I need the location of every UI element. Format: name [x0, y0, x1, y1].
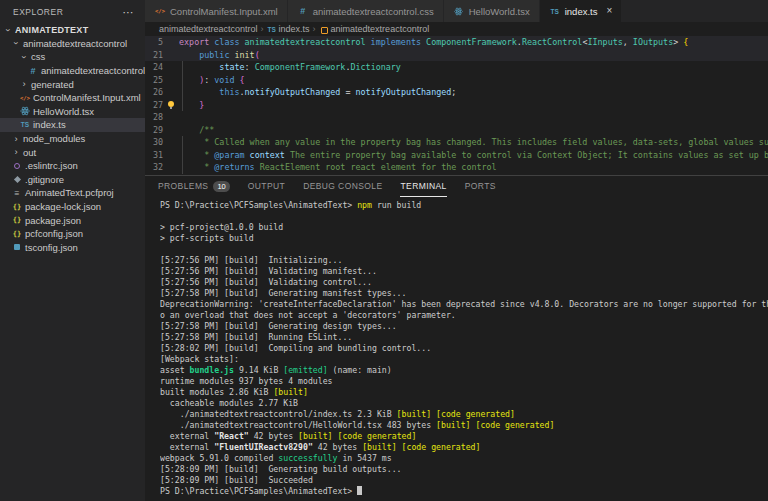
- panel-tab-problems[interactable]: PROBLEMS10: [158, 176, 230, 197]
- tree-item-animatedtext[interactable]: ›ANIMATEDTEXT: [0, 23, 145, 37]
- terminal-token: "React": [214, 431, 249, 441]
- terminal[interactable]: PS D:\Practice\PCFSamples\AnimatedText> …: [160, 200, 768, 501]
- terminal-token: external: [160, 442, 214, 452]
- code-token: notifyOutputChanged: [245, 87, 341, 97]
- code-token: {: [683, 37, 688, 47]
- tree-item-node-modules[interactable]: ›node_modules: [0, 132, 145, 146]
- code-line[interactable]: 27 }: [145, 99, 768, 112]
- terminal-token: [code generated]: [338, 431, 417, 441]
- tree-item-package-json[interactable]: {}package.json: [0, 213, 145, 227]
- tab-index-ts[interactable]: TSindex.ts×: [540, 0, 623, 22]
- code-text: * Called when any value in the property …: [179, 136, 768, 149]
- terminal-line: webpack 5.91.0 compiled successfully in …: [160, 453, 768, 464]
- close-icon[interactable]: ×: [606, 6, 612, 16]
- code-line[interactable]: 29 /**: [145, 124, 768, 137]
- breadcrumb-item-animatedtextreactcontrol-2[interactable]: animatedtextreactcontrol: [319, 24, 430, 34]
- tree-item-package-lock-json[interactable]: {}package-lock.json: [0, 200, 145, 214]
- code-line[interactable]: 24 state: ComponentFramework.Dictionary: [145, 61, 768, 74]
- terminal-token: ./animatedtextreactcontrol/index.ts 2.3 …: [160, 409, 397, 419]
- terminal-token: (name: main): [328, 365, 392, 375]
- panel-tab-debug-console[interactable]: DEBUG CONSOLE: [303, 176, 382, 197]
- terminal-line: [160, 244, 768, 255]
- panel-tab-ports[interactable]: PORTS: [465, 176, 496, 197]
- tree-item-helloworld-tsx[interactable]: HelloWorld.tsx: [0, 105, 145, 119]
- tree-item-animatedtextreactcontrol-css[interactable]: #animatedtextreactcontrol.css: [0, 64, 145, 78]
- gutter-decoration: [163, 161, 179, 174]
- chevron-down-icon: ›: [19, 52, 29, 62]
- breadcrumb-item-index-ts-1[interactable]: TSindex.ts: [267, 24, 310, 34]
- code-line[interactable]: 25 ): void {: [145, 74, 768, 87]
- react-icon: [19, 105, 31, 117]
- line-number: 28: [145, 111, 163, 124]
- tree-item-css[interactable]: ›css: [0, 50, 145, 64]
- terminal-token: "FluentUIReactv8290": [214, 442, 313, 452]
- more-actions-icon[interactable]: ⋯: [123, 7, 135, 17]
- terminal-token: [built]: [273, 387, 308, 397]
- code-token: *: [179, 150, 214, 160]
- tree-item-label: tsconfig.json: [25, 242, 78, 253]
- terminal-token: cacheable modules 2.77 KiB: [160, 398, 298, 408]
- terminal-token: [emitted]: [283, 365, 327, 375]
- breadcrumb-separator: ›: [313, 24, 316, 34]
- code-text: [179, 111, 768, 124]
- panel-tab-terminal[interactable]: TERMINAL: [400, 176, 446, 197]
- terminal-line: [Webpack stats]:: [160, 354, 768, 365]
- lightbulb-icon[interactable]: [163, 99, 179, 112]
- tree-item-animatedtext-pcfproj[interactable]: ≡AnimatedText.pcfproj: [0, 186, 145, 200]
- tree-item-animatedtextreactcontrol[interactable]: ›animatedtextreactcontrol: [0, 37, 145, 51]
- tab-helloworld-tsx[interactable]: HelloWorld.tsx: [444, 0, 540, 22]
- tree-item-eslintrc-json[interactable]: .eslintrc.json: [0, 159, 145, 173]
- panel-tab-bar: PROBLEMS10OUTPUTDEBUG CONSOLETERMINALPOR…: [145, 176, 768, 197]
- code-line[interactable]: 28: [145, 111, 768, 124]
- code-line[interactable]: 32 * @returns ReactElement root react el…: [145, 161, 768, 174]
- editor-area: </>ControlManifest.Input.xml#animatedtex…: [145, 0, 768, 501]
- tree-item-controlmanifest-input-xml[interactable]: </>ControlManifest.Input.xml: [0, 91, 145, 105]
- terminal-token: [5:27:56 PM] [build] Validating manifest…: [160, 266, 377, 276]
- css-icon: #: [297, 5, 309, 17]
- terminal-token: PS D:\Practice\PCFSamples\AnimatedText>: [160, 200, 357, 210]
- code-editor[interactable]: 5export class animatedtextreactcontrol i…: [145, 36, 768, 175]
- tab-controlmanifest-input-xml[interactable]: </>ControlManifest.Input.xml: [145, 0, 288, 22]
- tree-item-out[interactable]: ›out: [0, 145, 145, 159]
- code-line[interactable]: 5export class animatedtextreactcontrol i…: [145, 36, 768, 49]
- proj-icon: ≡: [11, 187, 23, 199]
- code-token: }: [199, 100, 204, 110]
- terminal-token: external: [160, 431, 214, 441]
- tree-item-label: node_modules: [23, 133, 85, 144]
- gutter-decoration: [163, 61, 179, 74]
- ts-icon: TS: [549, 5, 561, 17]
- tree-item-tsconfig-json[interactable]: tsconfig.json: [0, 241, 145, 255]
- gutter-decoration: [163, 36, 179, 49]
- panel-tab-output[interactable]: OUTPUT: [248, 176, 285, 197]
- breadcrumb: animatedtextreactcontrol›TSindex.ts›anim…: [145, 22, 768, 36]
- line-number: 5: [145, 36, 163, 49]
- code-token: state: [219, 62, 244, 72]
- tab-animatedtextreactcontrol-css[interactable]: #animatedtextreactcontrol.css: [288, 0, 444, 22]
- eslint-icon: [11, 160, 23, 172]
- terminal-line: PS D:\Practice\PCFSamples\AnimatedText> …: [160, 200, 768, 211]
- breadcrumb-item-animatedtextreactcontrol-0[interactable]: animatedtextreactcontrol: [159, 24, 258, 34]
- code-line[interactable]: 26 this.notifyOutputChanged = notifyOutp…: [145, 86, 768, 99]
- code-line[interactable]: 21 public init(: [145, 49, 768, 62]
- terminal-token: in 5437 ms: [337, 453, 391, 463]
- code-token: [179, 100, 199, 110]
- code-token: void: [214, 75, 234, 85]
- code-line[interactable]: 31 * @param context The entire property …: [145, 149, 768, 162]
- terminal-line: > pcf-scripts build: [160, 233, 768, 244]
- tree-item-gitignore[interactable]: .gitignore: [0, 173, 145, 187]
- json-icon: {}: [11, 214, 23, 226]
- code-text: state: ComponentFramework.Dictionary: [179, 61, 768, 74]
- code-line[interactable]: 30 * Called when any value in the proper…: [145, 136, 768, 149]
- breadcrumb-separator: ›: [261, 24, 264, 34]
- terminal-token: > pcf-scripts build: [160, 233, 254, 243]
- code-token: ,: [623, 37, 633, 47]
- tree-item-pcfconfig-json[interactable]: {}pcfconfig.json: [0, 227, 145, 241]
- code-token: [179, 50, 199, 60]
- terminal-token: run build: [372, 200, 421, 210]
- terminal-token: 42 bytes: [249, 431, 298, 441]
- code-token: public: [199, 50, 234, 60]
- tree-item-index-ts[interactable]: TSindex.ts: [0, 118, 145, 132]
- terminal-line: ○PS D:\Practice\PCFSamples\AnimatedText>: [160, 486, 768, 497]
- git-icon: [11, 173, 23, 185]
- tree-item-generated[interactable]: ›generated: [0, 77, 145, 91]
